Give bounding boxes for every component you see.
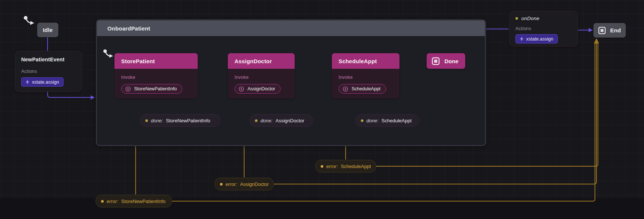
transition-keyword: done:	[151, 118, 163, 123]
transition-target: ScheduleAppt	[382, 118, 412, 123]
transition-error-schedule-appt[interactable]: error: ScheduleAppt	[315, 160, 376, 173]
arrowhead-onboard	[91, 96, 95, 100]
transition-done-store-new-patient-info[interactable]: done: StoreNewPatientInfo	[140, 114, 220, 127]
transition-dot	[321, 165, 323, 168]
transition-dot	[361, 119, 363, 122]
state-schedule-appt-title: ScheduleAppt	[332, 53, 399, 69]
state-end-label: End	[610, 27, 621, 33]
lightning-icon	[26, 80, 29, 84]
service-name: AssignDoctor	[247, 86, 275, 91]
actions-label: Actions	[21, 69, 76, 74]
xstate-assign-action[interactable]: xstate.assign	[515, 34, 558, 44]
transition-target: AssignDoctor	[276, 118, 304, 123]
state-schedule-appt[interactable]: ScheduleAppt Invoke ScheduleAppt	[332, 53, 399, 99]
transition-dot	[220, 183, 223, 186]
state-assign-doctor[interactable]: AssignDoctor Invoke AssignDoctor	[228, 53, 295, 99]
xstate-assign-label: xstate.assign	[526, 36, 553, 42]
transition-keyword: done:	[260, 118, 273, 123]
service-name: ScheduleAppt	[352, 86, 381, 91]
arrowhead-end-left	[589, 28, 593, 32]
transition-keyword: error:	[107, 199, 118, 204]
invoked-service-assign-doctor[interactable]: AssignDoctor	[234, 84, 281, 94]
edge-newpatientevent-to-onboard[interactable]	[48, 92, 91, 97]
state-machine-canvas[interactable]: Idle NewPatientEvent Actions xstate.assi…	[0, 0, 644, 219]
invoked-service-schedule-appt[interactable]: ScheduleAppt	[339, 84, 386, 94]
transition-target: StoreNewPatientInfo	[121, 199, 165, 204]
transition-dot	[101, 200, 104, 203]
play-circle-icon	[239, 86, 244, 92]
play-circle-icon	[343, 86, 348, 92]
transition-keyword: error:	[226, 181, 237, 187]
initial-state-marker	[23, 16, 36, 28]
state-store-patient[interactable]: StorePatient Invoke StoreNewPatientInfo	[114, 53, 198, 99]
transition-keyword: error:	[326, 164, 338, 169]
state-onboard-patient-title: OnboardPatient	[107, 25, 150, 32]
actions-label: Actions	[515, 26, 572, 31]
lightning-icon	[520, 36, 524, 41]
state-idle[interactable]: Idle	[37, 23, 58, 37]
transition-target: ScheduleAppt	[341, 164, 371, 169]
xstate-assign-action[interactable]: xstate.assign	[21, 77, 64, 87]
state-done-label: Done	[444, 58, 459, 64]
event-on-done[interactable]: onDone Actions xstate.assign	[509, 11, 578, 46]
invoke-label: Invoke	[234, 75, 288, 80]
event-new-patient-title: NewPatientEvent	[21, 57, 76, 62]
event-on-done-label: onDone	[521, 16, 540, 21]
state-store-patient-title: StorePatient	[114, 53, 198, 69]
initial-child-state-marker	[103, 49, 115, 61]
state-onboard-patient-header[interactable]: OnboardPatient	[97, 20, 485, 36]
transition-dot	[145, 119, 148, 122]
transition-dot	[255, 119, 258, 122]
transition-done-schedule-appt[interactable]: done: ScheduleAppt	[355, 114, 419, 127]
state-idle-label: Idle	[43, 27, 53, 33]
transition-error-store-new-patient-info[interactable]: error: StoreNewPatientInfo	[96, 195, 172, 207]
final-state-icon	[598, 27, 606, 34]
xstate-assign-label: xstate.assign	[32, 80, 59, 85]
transition-target: StoreNewPatientInfo	[166, 118, 210, 123]
transition-target: AssignDoctor	[240, 181, 269, 187]
invoked-service-store-new-patient-info[interactable]: StoreNewPatientInfo	[121, 84, 182, 94]
transition-error-assign-doctor[interactable]: error: AssignDoctor	[214, 178, 274, 190]
state-assign-doctor-title: AssignDoctor	[228, 53, 295, 69]
arrowhead-end-bottom	[594, 38, 599, 44]
service-name: StoreNewPatientInfo	[134, 86, 177, 91]
on-done-dot	[515, 17, 518, 20]
transition-done-assign-doctor[interactable]: done: AssignDoctor	[249, 114, 313, 127]
state-done-final[interactable]: Done	[427, 53, 465, 69]
event-new-patient[interactable]: NewPatientEvent Actions xstate.assign	[15, 51, 82, 92]
state-end-final[interactable]: End	[593, 23, 626, 38]
invoke-label: Invoke	[121, 75, 191, 80]
final-state-icon	[432, 57, 440, 65]
invoke-label: Invoke	[339, 75, 393, 80]
transition-keyword: done:	[366, 118, 379, 123]
play-circle-icon	[125, 86, 131, 92]
